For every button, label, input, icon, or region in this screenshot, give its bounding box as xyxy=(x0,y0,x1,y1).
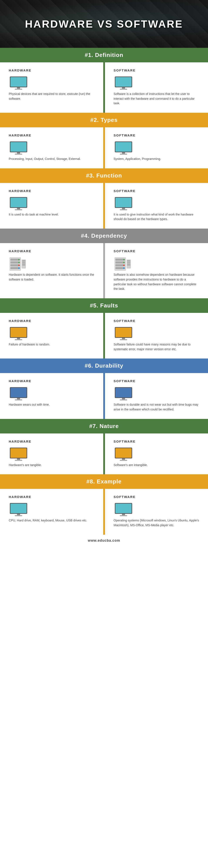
svg-rect-59 xyxy=(10,388,27,397)
hardware-cell-function: HARDWARE It is used to do task at machin… xyxy=(0,183,103,228)
divider-dependency xyxy=(103,243,105,298)
software-icon-nature xyxy=(114,447,200,463)
hero-banner: HARDWARE VS SOFTWARE xyxy=(0,0,208,48)
svg-rect-48 xyxy=(127,262,130,264)
section-header-durability: #6. Durability xyxy=(0,359,208,373)
software-text-example: Operating systems (Microsoft windows, Li… xyxy=(114,518,200,528)
svg-rect-23 xyxy=(120,209,127,210)
hardware-cell-types: HARDWARE Processing, Input, Output, Cont… xyxy=(0,127,103,168)
software-icon-definition xyxy=(114,75,200,92)
hardware-icon-dependency xyxy=(9,256,95,273)
svg-rect-79 xyxy=(115,504,132,513)
hardware-label-example: HARDWARE xyxy=(9,495,95,499)
software-icon-function xyxy=(114,196,200,212)
software-text-types: System, Application, Programming. xyxy=(114,157,200,161)
section-header-types: #2. Types xyxy=(0,113,208,127)
footer-text: www.educba.com xyxy=(88,538,120,542)
software-label-types: SOFTWARE xyxy=(114,133,200,137)
hardware-icon-nature xyxy=(9,447,95,463)
software-cell-types: SOFTWARE System, Application, Programmin… xyxy=(105,127,208,168)
software-icon-durability xyxy=(114,386,200,402)
software-cell-definition: SOFTWARE Software is a collection of ins… xyxy=(105,62,208,113)
svg-rect-19 xyxy=(15,209,22,210)
software-text-durability: Software is durable and is not wear out … xyxy=(114,402,200,412)
hardware-text-durability: Hardware wears out with time. xyxy=(9,402,95,407)
svg-rect-71 xyxy=(115,448,132,458)
section-header-faults: #5. Faults xyxy=(0,298,208,313)
svg-rect-15 xyxy=(120,154,127,155)
software-label-durability: SOFTWARE xyxy=(114,379,200,383)
svg-rect-61 xyxy=(15,399,22,400)
compare-row-definition: HARDWARE Physical devices that are requi… xyxy=(0,62,208,113)
svg-rect-13 xyxy=(115,142,132,152)
svg-rect-55 xyxy=(115,328,132,337)
hardware-cell-dependency: HARDWARE Hardware is dependent on softwa… xyxy=(0,243,103,298)
software-label-function: SOFTWARE xyxy=(114,189,200,193)
divider-types xyxy=(103,127,105,168)
section-header-dependency: #4. Dependency xyxy=(0,228,208,243)
svg-rect-49 xyxy=(127,264,130,266)
hardware-text-definition: Physical devices that are required to st… xyxy=(9,92,95,101)
svg-point-42 xyxy=(123,259,125,260)
divider-function xyxy=(103,183,105,228)
hardware-label-function: HARDWARE xyxy=(9,189,95,193)
footer: www.educba.com xyxy=(0,535,208,547)
section-header-function: #3. Function xyxy=(0,168,208,183)
hardware-cell-durability: HARDWARE Hardware wears out with time. xyxy=(0,373,103,419)
compare-row-example: HARDWARE CPU, Hard drive, RAM, keyboard,… xyxy=(0,489,208,534)
svg-rect-3 xyxy=(15,89,22,90)
hardware-label-types: HARDWARE xyxy=(9,133,95,137)
hardware-label-nature: HARDWARE xyxy=(9,439,95,443)
svg-rect-21 xyxy=(115,198,132,207)
svg-rect-65 xyxy=(120,399,127,400)
compare-row-faults: HARDWARE Failure of hardware is random.S… xyxy=(0,313,208,359)
svg-rect-36 xyxy=(22,264,25,266)
svg-rect-69 xyxy=(15,460,22,461)
svg-rect-51 xyxy=(10,328,27,337)
svg-rect-7 xyxy=(120,89,127,90)
divider-faults xyxy=(103,313,105,359)
software-text-dependency: Software is also somehow dependent on ha… xyxy=(114,273,200,291)
svg-rect-47 xyxy=(127,260,130,261)
software-icon-types xyxy=(114,141,200,157)
svg-point-30 xyxy=(18,262,20,263)
svg-point-45 xyxy=(123,268,125,269)
divider-definition xyxy=(103,62,105,113)
svg-point-31 xyxy=(18,265,20,266)
svg-rect-63 xyxy=(115,388,132,397)
hardware-label-durability: HARDWARE xyxy=(9,379,95,383)
hardware-text-dependency: Hardware is dependent on software. It st… xyxy=(9,273,95,282)
hardware-icon-function xyxy=(9,196,95,212)
hardware-text-function: It is used to do task at machine level. xyxy=(9,212,95,217)
hero-title: HARDWARE VS SOFTWARE xyxy=(25,18,183,30)
svg-rect-34 xyxy=(22,260,25,261)
software-cell-durability: SOFTWARE Software is durable and is not … xyxy=(105,373,208,419)
svg-rect-11 xyxy=(15,154,22,155)
hardware-label-definition: HARDWARE xyxy=(9,68,95,72)
svg-rect-17 xyxy=(10,198,27,207)
hardware-icon-durability xyxy=(9,386,95,402)
hardware-text-nature: Hardware's are tangible. xyxy=(9,463,95,468)
compare-row-nature: HARDWARE Hardware's are tangible.SOFTWAR… xyxy=(0,433,208,474)
hardware-cell-faults: HARDWARE Failure of hardware is random. xyxy=(0,313,103,359)
divider-durability xyxy=(103,373,105,419)
svg-rect-9 xyxy=(10,142,27,152)
software-text-faults: Software failure could have many reasons… xyxy=(114,342,200,351)
svg-rect-73 xyxy=(120,460,127,461)
hardware-icon-example xyxy=(9,502,95,518)
software-cell-nature: SOFTWARE Software's are intangible. xyxy=(105,433,208,474)
software-text-function: It is used to give instruction what kind… xyxy=(114,212,200,222)
hardware-cell-example: HARDWARE CPU, Hard drive, RAM, keyboard,… xyxy=(0,489,103,534)
section-header-example: #8. Example xyxy=(0,474,208,489)
software-icon-faults xyxy=(114,326,200,342)
divider-nature xyxy=(103,433,105,474)
svg-rect-1 xyxy=(10,77,27,87)
software-label-faults: SOFTWARE xyxy=(114,319,200,323)
svg-rect-75 xyxy=(10,504,27,513)
software-label-definition: SOFTWARE xyxy=(114,68,200,72)
software-text-definition: Software is a collection of instructions… xyxy=(114,92,200,106)
svg-rect-67 xyxy=(10,448,27,458)
hardware-icon-types xyxy=(9,141,95,157)
software-label-example: SOFTWARE xyxy=(114,495,200,499)
software-cell-dependency: SOFTWARE Software is also somehow depend… xyxy=(105,243,208,298)
